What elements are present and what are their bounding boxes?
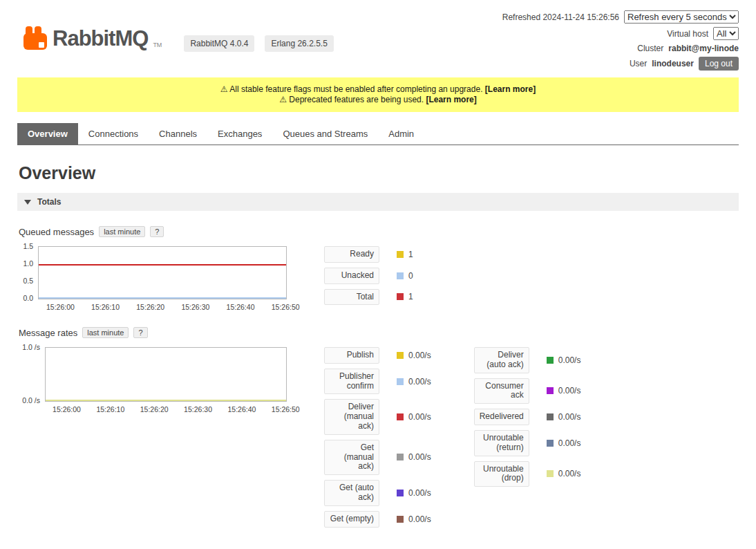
totals-section-header[interactable]: Totals bbox=[17, 193, 739, 211]
rabbitmq-logo[interactable]: RabbitMQ TM bbox=[17, 25, 162, 55]
legend-label: Unacked bbox=[324, 268, 379, 284]
legend-row-consumer-ack: Consumer ack 0.00/s bbox=[474, 378, 581, 404]
cluster-name: rabbit@my-linode bbox=[668, 44, 739, 53]
legend-value: 0.00/s bbox=[558, 438, 581, 448]
message-rates-legend-col2: Deliver (auto ack) 0.00/s Consumer ack 0… bbox=[474, 347, 581, 492]
chart-y-axis: 1.0 /s0.0 /s bbox=[17, 347, 45, 414]
deprecated-features-warning-text: ⚠ Deprecated features are being used. bbox=[279, 95, 424, 104]
legend-value: 0.00/s bbox=[558, 386, 581, 396]
legend-row-get-empty: Get (empty) 0.00/s bbox=[324, 511, 431, 528]
legend-value: 0.00/s bbox=[408, 452, 431, 462]
legend-value: 0.00/s bbox=[558, 412, 581, 422]
warning-line: ⚠ All stable feature flags must be enabl… bbox=[24, 84, 732, 95]
legend-color-swatch bbox=[397, 251, 404, 258]
legend-label: Deliver (auto ack) bbox=[474, 347, 529, 373]
legend-value: 1 bbox=[408, 292, 413, 301]
logout-button[interactable]: Log out bbox=[699, 57, 739, 71]
legend-label: Deliver (manual ack) bbox=[324, 399, 379, 434]
queued-messages-block: 1.51.00.50.0 15:26:0015:26:1015:26:2015:… bbox=[17, 246, 739, 312]
collapse-triangle-icon bbox=[24, 200, 31, 205]
message-rates-title-row: Message rates last minute ? bbox=[19, 327, 739, 338]
legend-value: 0.00/s bbox=[558, 469, 581, 478]
chart-plot-area bbox=[38, 246, 287, 299]
message-rates-block: 1.0 /s0.0 /s 15:26:0015:26:1015:26:2015:… bbox=[17, 347, 739, 532]
brand-wordmark: RabbitMQ bbox=[53, 25, 148, 53]
legend-value: 0.00/s bbox=[558, 355, 581, 365]
legend-value: 1 bbox=[408, 250, 413, 259]
legend-label: Publisher confirm bbox=[324, 369, 379, 395]
feature-flags-learn-more-link[interactable]: [Learn more] bbox=[485, 84, 536, 94]
rabbitmq-version-badge: RabbitMQ 4.0.4 bbox=[184, 35, 254, 52]
legend-value: 0.00/s bbox=[408, 488, 431, 498]
brand-area: RabbitMQ TM RabbitMQ 4.0.4 Erlang 26.2.5… bbox=[17, 8, 334, 71]
refresh-interval-select[interactable]: Refresh every 5 seconds bbox=[624, 10, 739, 24]
legend-row-deliver-manual-ack: Deliver (manual ack) 0.00/s bbox=[324, 399, 431, 434]
legend-row-publish: Publish 0.00/s bbox=[324, 347, 431, 364]
message-rates-legend-col1: Publish 0.00/s Publisher confirm 0.00/s … bbox=[324, 347, 431, 532]
legend-label: Unroutable (drop) bbox=[474, 461, 529, 487]
trademark-label: TM bbox=[153, 41, 162, 48]
queued-messages-chart: 1.51.00.50.0 15:26:0015:26:1015:26:2015:… bbox=[17, 246, 288, 312]
legend-color-swatch bbox=[547, 413, 554, 420]
legend-color-swatch bbox=[397, 454, 404, 460]
virtual-host-label: Virtual host bbox=[667, 29, 708, 39]
refreshed-timestamp: Refreshed 2024-11-24 15:26:56 bbox=[502, 12, 619, 22]
legend-row-unroutable-return: Unroutable (return) 0.00/s bbox=[474, 430, 581, 456]
tab-queues-and-streams[interactable]: Queues and Streams bbox=[272, 123, 378, 145]
legend-row-unacked: Unacked 0 bbox=[324, 268, 413, 284]
legend-color-swatch bbox=[397, 490, 404, 496]
rates-period-badge[interactable]: last minute bbox=[82, 327, 129, 338]
legend-label: Consumer ack bbox=[474, 378, 529, 404]
chart-plot-area bbox=[45, 347, 287, 402]
legend-color-swatch bbox=[397, 272, 404, 279]
tab-overview[interactable]: Overview bbox=[17, 123, 78, 145]
legend-label: Unroutable (return) bbox=[474, 430, 529, 456]
legend-color-swatch bbox=[397, 413, 404, 420]
deprecated-learn-more-link[interactable]: [Learn more] bbox=[426, 95, 476, 104]
legend-row-redelivered: Redelivered 0.00/s bbox=[474, 409, 581, 425]
version-badges: RabbitMQ 4.0.4 Erlang 26.2.5.5 bbox=[184, 35, 333, 52]
legend-label: Total bbox=[324, 289, 379, 306]
rates-help-icon[interactable]: ? bbox=[133, 327, 147, 338]
queued-messages-title-row: Queued messages last minute ? bbox=[19, 226, 739, 237]
user-label: User bbox=[630, 59, 647, 68]
legend-row-unroutable-drop: Unroutable (drop) 0.00/s bbox=[474, 461, 581, 487]
message-rates-chart: 1.0 /s0.0 /s 15:26:0015:26:1015:26:2015:… bbox=[17, 347, 288, 414]
legend-label: Get (manual ack) bbox=[324, 440, 379, 475]
legend-label: Redelivered bbox=[474, 409, 529, 425]
legend-row-get-manual-ack: Get (manual ack) 0.00/s bbox=[324, 440, 431, 475]
legend-color-swatch bbox=[397, 516, 404, 523]
warning-line: ⚠ Deprecated features are being used. [L… bbox=[24, 95, 732, 105]
legend-label: Publish bbox=[324, 347, 379, 364]
legend-color-swatch bbox=[397, 378, 404, 385]
legend-row-deliver-auto-ack: Deliver (auto ack) 0.00/s bbox=[474, 347, 581, 373]
tab-admin[interactable]: Admin bbox=[378, 123, 424, 145]
virtual-host-select[interactable]: All bbox=[713, 27, 739, 40]
tab-exchanges[interactable]: Exchanges bbox=[207, 123, 272, 145]
queued-messages-legend: Ready 1 Unacked 0 Total 1 bbox=[324, 246, 413, 310]
legend-value: 0 bbox=[408, 271, 413, 281]
legend-color-swatch bbox=[547, 387, 554, 394]
chart-x-axis: 15:26:0015:26:1015:26:2015:26:3015:26:40… bbox=[38, 299, 287, 312]
cluster-label: Cluster bbox=[637, 44, 663, 53]
legend-row-publisher-confirm: Publisher confirm 0.00/s bbox=[324, 369, 431, 395]
legend-value: 0.00/s bbox=[408, 412, 431, 422]
legend-value: 0.00/s bbox=[408, 514, 431, 524]
queued-period-badge[interactable]: last minute bbox=[99, 226, 145, 237]
tab-channels[interactable]: Channels bbox=[149, 123, 207, 145]
legend-label: Get (empty) bbox=[324, 511, 379, 528]
chart-x-axis: 15:26:0015:26:1015:26:2015:26:3015:26:40… bbox=[45, 402, 287, 414]
legend-row-get-auto-ack: Get (auto ack) 0.00/s bbox=[324, 480, 431, 506]
tab-connections[interactable]: Connections bbox=[78, 123, 149, 145]
chart-y-axis: 1.51.00.50.0 bbox=[17, 246, 38, 312]
queued-messages-title: Queued messages bbox=[19, 227, 94, 237]
queued-help-icon[interactable]: ? bbox=[150, 226, 164, 237]
main-nav-tabs: Overview Connections Channels Exchanges … bbox=[17, 123, 739, 145]
totals-section-label: Totals bbox=[37, 197, 61, 207]
legend-color-swatch bbox=[547, 440, 554, 447]
header: RabbitMQ TM RabbitMQ 4.0.4 Erlang 26.2.5… bbox=[17, 0, 739, 71]
legend-label: Ready bbox=[324, 246, 379, 263]
page-title: Overview bbox=[19, 163, 739, 183]
legend-label: Get (auto ack) bbox=[324, 480, 379, 506]
erlang-version-badge: Erlang 26.2.5.5 bbox=[265, 35, 333, 52]
